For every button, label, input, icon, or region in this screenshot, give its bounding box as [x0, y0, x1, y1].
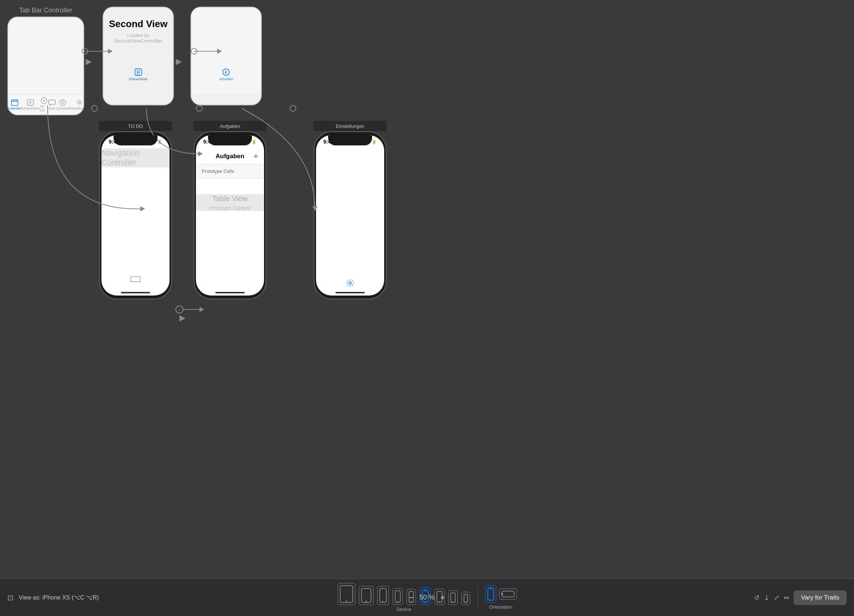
aufgaben-battery: 🔋 [252, 140, 257, 144]
nav-bottom-icon [130, 275, 141, 285]
svg-rect-36 [131, 276, 140, 282]
svg-point-42 [366, 601, 367, 602]
aufgaben-bar-label: Aufgaben [220, 124, 240, 129]
tab-chat: Chat [48, 99, 56, 110]
svg-rect-39 [340, 586, 353, 602]
prototype-row-1 [196, 178, 264, 194]
svg-rect-50 [424, 590, 426, 592]
nav-controller-content: Navigation Controller [101, 148, 169, 168]
tab-kalender: Kalender [8, 99, 21, 110]
svg-text:€: € [225, 70, 228, 75]
device-ipad-medium[interactable] [359, 586, 374, 605]
device-iphone-large[interactable] [377, 586, 389, 605]
device-ipad-large[interactable] [338, 583, 355, 605]
orientation-landscape[interactable] [499, 589, 517, 599]
svg-point-44 [382, 601, 383, 602]
einstellungen-scene: Einstellungen 9:41 ▌▌▌ WiFi 🔋 [314, 121, 387, 300]
svg-point-55 [452, 601, 453, 602]
second-view-sub: Loaded by SecondViewControlller [103, 33, 173, 44]
aufgaben-home-indicator [215, 292, 245, 293]
tab-schulden-label: Schulden [56, 107, 70, 110]
schulden-icon-bottom: € Schulden [220, 68, 233, 81]
tab-schulden: € Schulden [56, 99, 70, 110]
einstellungen-frame: 9:41 ▌▌▌ WiFi 🔋 [314, 131, 387, 300]
svg-rect-59 [490, 588, 492, 589]
zoom-minus-button[interactable]: − [409, 594, 414, 602]
aufgaben-nav-title: Aufgaben [216, 153, 244, 160]
table-view-sub: Prototype Content [209, 205, 251, 211]
svg-rect-41 [361, 589, 371, 602]
orientation-section-label: Orientation [489, 604, 513, 610]
svg-rect-16 [11, 100, 18, 105]
todo-scene: TO DO 9:41 ▌▌▌ WiFi 🔋 Navigation Con [99, 121, 172, 300]
table-view-content: Table View Prototype Content [196, 194, 264, 211]
divider [477, 587, 478, 609]
tab-bar-controller-scene: Tab Bar Controller Kalender [7, 7, 84, 115]
second-view-title: Second View [103, 7, 173, 33]
prototype-cells-label: Prototype Cells [202, 168, 234, 174]
svg-rect-60 [502, 591, 514, 597]
todo-screen: 9:41 ▌▌▌ WiFi 🔋 Navigation Controller [101, 135, 169, 296]
arrow-right-1: ▶ [86, 57, 92, 66]
zoom-plus-button[interactable]: + [441, 594, 445, 602]
einkaufsliste-icon: Einkaufsliste [129, 68, 148, 81]
svg-rect-61 [502, 593, 503, 595]
money-icon: € [59, 99, 67, 106]
tab-einstellungen: Einstellungen [70, 99, 84, 110]
tab-chat-label: Chat [48, 107, 55, 110]
todo-icon [40, 98, 48, 104]
zoom-value: 50 % [419, 594, 434, 601]
tab-bar: Kalender Einkaufsliste [8, 94, 84, 114]
chat-icon [48, 99, 56, 106]
tab-bar-controller-frame: Kalender Einkaufsliste [7, 17, 84, 115]
todo-frame: 9:41 ▌▌▌ WiFi 🔋 Navigation Controller [99, 131, 172, 300]
aufgaben-notch [208, 135, 252, 145]
todo-home-indicator [121, 292, 150, 293]
third-view-frame: € Schulden [191, 7, 262, 105]
tab-einstellungen-label: Einstellungen [70, 107, 84, 110]
orientation-icons-row [485, 585, 517, 603]
arrow-nav-to-aufgaben: ▶ [180, 313, 186, 323]
aufgaben-plus-button[interactable]: + [253, 152, 258, 161]
prototype-cells-header: Prototype Cells [196, 165, 264, 178]
zoom-section: − 50 % + [409, 594, 445, 602]
svg-rect-56 [464, 595, 468, 602]
svg-point-40 [346, 600, 347, 602]
todo-bar: TO DO [99, 121, 172, 131]
battery-icon: 🔋 [157, 140, 162, 144]
third-view-scene: € Schulden [191, 7, 262, 105]
einstellungen-gear-icon [346, 279, 354, 289]
svg-rect-30 [135, 69, 142, 75]
second-view-scene: Second View Loaded by SecondViewControll… [102, 7, 174, 105]
einkaufsliste-label: Einkaufsliste [129, 77, 148, 81]
tab-todo-label: TO DO [40, 105, 48, 112]
orientation-portrait[interactable] [485, 585, 496, 603]
aufgaben-nav-bar: Aufgaben + [196, 148, 264, 165]
devices-section: Device [338, 583, 470, 612]
gear-small-icon [75, 99, 84, 106]
einstellungen-notch [328, 135, 372, 145]
aufgaben-screen: 9:41 ▌▌▌ WiFi 🔋 Aufgaben + Prototype Ce [196, 135, 264, 296]
svg-rect-54 [451, 593, 455, 602]
todo-notch [113, 135, 157, 145]
svg-rect-45 [395, 591, 400, 602]
svg-point-29 [78, 101, 81, 104]
device-iphone-small3[interactable] [461, 592, 470, 605]
device-iphone-medium1[interactable] [393, 588, 403, 605]
second-view-frame: Second View Loaded by SecondViewControll… [102, 7, 174, 105]
svg-rect-58 [488, 588, 494, 600]
schulden-label-bottom: Schulden [220, 77, 233, 81]
tab-einkaufsliste-label: Einkaufsliste [21, 107, 40, 110]
aufgaben-scene: Aufgaben 9:41 ▌▌▌ WiFi 🔋 Aufgaben [194, 121, 267, 300]
einstellungen-content [316, 148, 384, 279]
arrow-right-2: ▶ [176, 57, 182, 66]
tab-einkaufsliste: Einkaufsliste [21, 99, 40, 110]
device-icons-row [338, 583, 470, 605]
table-view-label: Table View [212, 194, 247, 203]
orientation-section: Orientation [485, 585, 517, 610]
svg-point-57 [465, 601, 466, 602]
einstellungen-battery: 🔋 [372, 140, 377, 144]
einstellungen-screen: 9:41 ▌▌▌ WiFi 🔋 [316, 135, 384, 296]
bottom-toolbar: ⊡ View as: iPhone XS (⌥C ⌥R) [0, 579, 854, 616]
device-iphone-small2[interactable] [448, 590, 458, 605]
